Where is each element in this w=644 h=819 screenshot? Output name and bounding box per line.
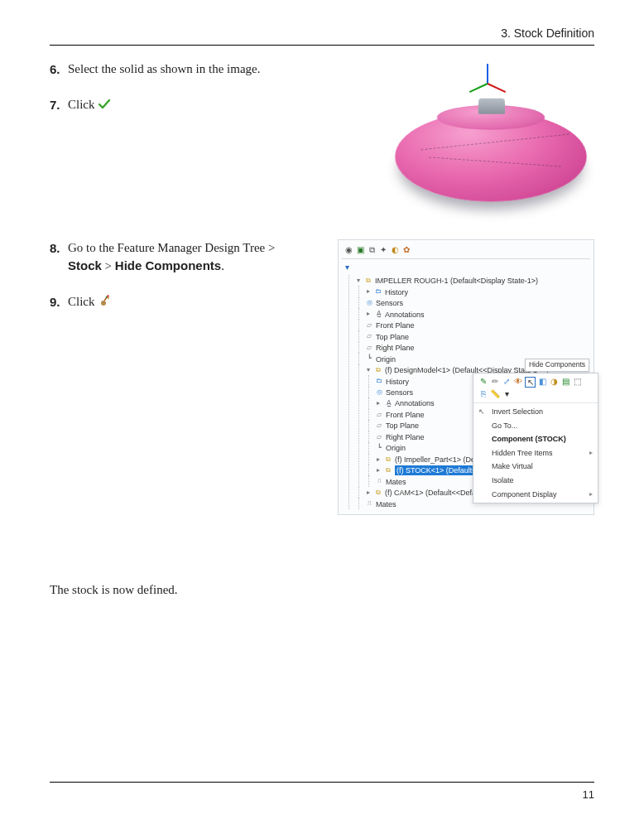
plane-icon: ▱	[365, 333, 373, 341]
ctx-component-display[interactable]: Component Display▸	[473, 488, 598, 502]
ctx-component-header: Component (STOCK)	[473, 432, 598, 446]
subassembly-icon: ⧉	[374, 366, 382, 374]
page-number: 11	[583, 788, 594, 801]
tree-history[interactable]: ▸🗀History	[365, 287, 408, 297]
crumb-hide: Hide Components	[115, 258, 221, 272]
tree-right-plane[interactable]: ▱Right Plane	[365, 343, 415, 353]
context-toolbar: ✎ ✏ ⤢ 👁 ↖ ◧ ◑ ▤ ⬚ ⎘ 📏 ▾	[473, 373, 598, 403]
svg-point-2	[106, 296, 108, 298]
folder-icon: 🗀	[374, 288, 382, 296]
ctx-color-icon[interactable]: ▤	[560, 377, 570, 387]
tab-feature-icon[interactable]: ◉	[344, 245, 353, 255]
mates-icon: ⎍	[365, 500, 373, 508]
tree-tab-toolbar: ◉ ▣ ⧉ ✦ ◐ ✿	[342, 243, 590, 259]
annotation-icon: A̲	[374, 311, 382, 319]
tree-d-top-plane[interactable]: ▱Top Plane	[375, 421, 419, 431]
tree-d-history[interactable]: 🗀History	[375, 377, 409, 387]
ctx-more-icon[interactable]: ▾	[502, 389, 512, 399]
step-6: 6. Select the solid as shown in the imag…	[50, 60, 372, 78]
part-icon: ⧉	[384, 466, 392, 475]
tree-d-mates[interactable]: ⎍Mates	[375, 477, 406, 487]
plane-icon: ▱	[365, 344, 373, 352]
ctx-measure-icon[interactable]: 📏	[490, 389, 500, 399]
tree-root[interactable]: ▾⧉IMPELLER ROUGH-1 (Default<Display Stat…	[355, 276, 538, 286]
step-number: 7.	[50, 96, 60, 113]
ctx-appearance-icon[interactable]: ◑	[549, 377, 559, 387]
ctx-open-icon[interactable]: ⤢	[502, 377, 512, 387]
svg-point-3	[108, 297, 109, 299]
subassembly-icon: ⧉	[374, 489, 382, 497]
ctx-hide-icon[interactable]: 👁	[513, 377, 523, 387]
tree-annotations[interactable]: ▸A̲Annotations	[365, 310, 425, 320]
ctx-hidden-tree-items[interactable]: Hidden Tree Items▸	[473, 446, 598, 460]
origin-icon: ┗	[365, 355, 373, 364]
period: .	[221, 259, 224, 272]
plane-icon: ▱	[365, 321, 373, 330]
crumb-stock: Stock	[68, 258, 102, 272]
tab-display-icon[interactable]: ◐	[390, 245, 400, 255]
tree-d-origin[interactable]: ┗Origin	[375, 443, 406, 453]
tree-sensors[interactable]: ◎Sensors	[365, 298, 403, 308]
rebuild-icon	[98, 294, 111, 312]
sensor-icon: ◎	[375, 388, 383, 397]
tree-d-annotations[interactable]: ▸A̲Annotations	[375, 398, 435, 408]
annotation-icon: A̲	[384, 400, 392, 408]
ctx-invert-selection[interactable]: ↖Invert Selection	[473, 405, 598, 419]
submenu-caret-icon: ▸	[589, 448, 593, 457]
tree-front-plane[interactable]: ▱Front Plane	[365, 320, 415, 330]
step-7: 7. Click	[50, 96, 372, 115]
ctx-make-virtual[interactable]: Make Virtual	[473, 460, 598, 474]
tree-origin[interactable]: ┗Origin	[365, 354, 396, 364]
step-number: 8.	[50, 239, 60, 257]
assembly-icon: ⧉	[364, 277, 372, 285]
tree-d-front-plane[interactable]: ▱Front Plane	[375, 410, 425, 420]
ctx-edit-icon[interactable]: ✏	[490, 377, 500, 387]
page-header: 3. Stock Definition	[50, 23, 594, 46]
tab-property-icon[interactable]: ▣	[355, 245, 365, 255]
crumb-sep: >	[105, 259, 112, 272]
sensor-icon: ◎	[365, 299, 373, 307]
filter-icon[interactable]: ▾	[345, 262, 355, 272]
ctx-float-icon[interactable]: ✎	[478, 377, 488, 387]
step-number: 6.	[50, 60, 60, 78]
ctx-copy-icon[interactable]: ⎘	[478, 389, 488, 399]
model-figure	[387, 60, 594, 218]
section-label: 3. Stock Definition	[501, 26, 594, 40]
ctx-transparency-icon[interactable]: ◧	[537, 377, 547, 387]
invert-icon: ↖	[478, 407, 485, 417]
origin-icon: ┗	[375, 444, 383, 452]
checkmark-icon	[98, 98, 111, 115]
feature-tree-screenshot: ◉ ▣ ⧉ ✦ ◐ ✿ ▾ ▾⧉IMPELLER ROUGH-1 (Defaul…	[338, 239, 594, 515]
plane-icon: ▱	[375, 433, 383, 441]
svg-point-0	[101, 301, 106, 306]
conclusion-text: The stock is now defined.	[50, 581, 594, 599]
ctx-isolate[interactable]: Isolate	[473, 474, 598, 488]
submenu-caret-icon: ▸	[589, 489, 593, 499]
page-content: 6. Select the solid as shown in the imag…	[50, 46, 594, 599]
tab-config-icon[interactable]: ⧉	[367, 245, 377, 255]
hide-components-tooltip: Hide Components	[525, 359, 589, 372]
plane-icon: ▱	[375, 422, 383, 430]
step-lead: Go to the Feature Manager Design Tree >	[68, 241, 276, 254]
mates-icon: ⎍	[375, 478, 383, 486]
tree-d-right-plane[interactable]: ▱Right Plane	[375, 432, 425, 442]
context-menu: Hide Components ✎ ✏ ⤢ 👁 ↖ ◧ ◑ ▤ ⬚ ⎘	[473, 373, 598, 503]
page-footer-rule	[50, 782, 594, 783]
plane-icon: ▱	[375, 411, 383, 419]
svg-point-1	[107, 295, 109, 297]
step-text: Click	[68, 98, 95, 111]
tree-top-plane[interactable]: ▱Top Plane	[365, 332, 409, 342]
step-number: 9.	[50, 293, 60, 311]
step-text: Select the solid as shown in the image.	[68, 62, 260, 75]
step-8: 8. Go to the Feature Manager Design Tree…	[50, 239, 323, 275]
step-text: Click	[68, 295, 95, 308]
ctx-suppress-icon[interactable]: ⬚	[572, 377, 582, 387]
tree-d-sensors[interactable]: ◎Sensors	[375, 388, 413, 397]
part-icon: ⧉	[384, 455, 392, 464]
folder-icon: 🗀	[375, 378, 383, 386]
ctx-cursor-icon[interactable]: ↖	[525, 377, 536, 388]
tab-cam-icon[interactable]: ✿	[401, 245, 411, 255]
tree-mates[interactable]: ⎍Mates	[365, 499, 396, 509]
tab-dimxpert-icon[interactable]: ✦	[378, 245, 388, 255]
ctx-go-to[interactable]: Go To...	[473, 419, 598, 433]
